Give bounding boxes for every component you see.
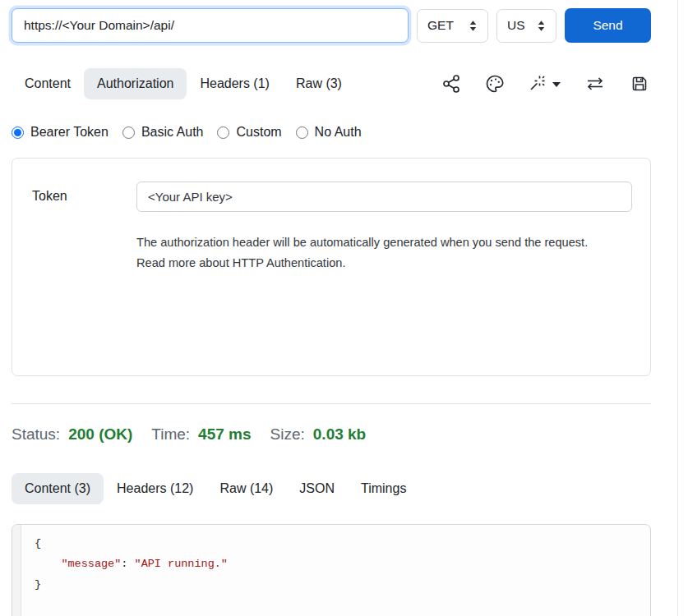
token-input[interactable] — [136, 182, 632, 212]
api-client-panel: GET US Send Content Authorization Header… — [12, 8, 651, 616]
response-status-bar: Status: 200 (OK) Time: 457 ms Size: 0.03… — [12, 425, 651, 444]
radio-basic-auth[interactable] — [122, 126, 135, 139]
radio-bearer-token[interactable] — [12, 126, 24, 139]
auth-option-no-auth[interactable]: No Auth — [296, 125, 362, 140]
token-panel: Token The authorization header will be a… — [12, 158, 651, 376]
request-tabs: Content Authorization Headers (1) Raw (3… — [12, 68, 651, 99]
send-button[interactable]: Send — [565, 8, 651, 43]
response-tabs: Content (3) Headers (12) Raw (14) JSON T… — [12, 473, 651, 504]
status-label: Status: — [12, 425, 60, 444]
updown-arrows-icon — [537, 20, 546, 32]
auth-option-basic-auth[interactable]: Basic Auth — [122, 125, 204, 140]
code-gutter — [12, 525, 21, 616]
response-code: { "message": "API running."} — [21, 525, 650, 616]
save-icon[interactable] — [630, 74, 649, 94]
magic-wand-icon[interactable] — [529, 74, 561, 94]
tab-response-raw[interactable]: Raw (14) — [206, 473, 286, 504]
method-select-value: GET — [427, 18, 454, 33]
tab-response-content[interactable]: Content (3) — [12, 473, 104, 504]
url-input[interactable] — [12, 8, 409, 43]
tab-raw[interactable]: Raw (3) — [283, 68, 355, 99]
tab-headers[interactable]: Headers (1) — [187, 68, 282, 99]
status-value: 200 (OK) — [68, 425, 132, 444]
page-column-divider — [677, 0, 678, 616]
time-label: Time: — [151, 425, 190, 444]
region-select[interactable]: US — [496, 9, 556, 43]
section-divider — [12, 403, 651, 404]
chevron-down-icon — [552, 82, 561, 87]
time-value: 457 ms — [198, 425, 251, 444]
radio-no-auth[interactable] — [296, 126, 308, 139]
auth-option-custom[interactable]: Custom — [217, 125, 281, 140]
tab-response-headers[interactable]: Headers (12) — [104, 473, 206, 504]
tab-response-json[interactable]: JSON — [286, 473, 348, 504]
auth-option-bearer-token[interactable]: Bearer Token — [12, 125, 109, 140]
palette-icon[interactable] — [485, 74, 505, 94]
method-select[interactable]: GET — [417, 9, 488, 43]
token-helper-text: The authorization header will be automat… — [136, 232, 620, 274]
auth-options: Bearer Token Basic Auth Custom No Auth — [12, 125, 651, 140]
request-bar: GET US Send — [12, 8, 651, 43]
radio-custom[interactable] — [217, 126, 229, 139]
tab-response-timings[interactable]: Timings — [348, 473, 419, 504]
size-value: 0.03 kb — [313, 425, 366, 444]
request-toolbar-icons — [441, 74, 651, 94]
updown-arrows-icon — [469, 20, 478, 32]
region-select-value: US — [507, 18, 525, 33]
size-label: Size: — [270, 425, 305, 444]
tab-content[interactable]: Content — [12, 68, 84, 99]
token-label: Token — [32, 182, 136, 375]
response-body-panel: { "message": "API running."} — [12, 524, 651, 616]
share-icon[interactable] — [441, 74, 461, 94]
swap-arrows-icon[interactable] — [584, 74, 606, 94]
tab-authorization[interactable]: Authorization — [84, 68, 187, 99]
